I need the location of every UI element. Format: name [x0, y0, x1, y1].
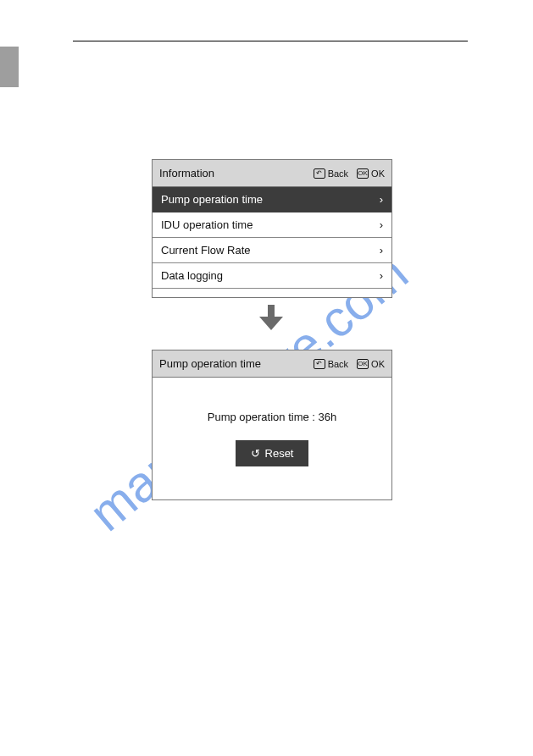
information-header: Information ↶ Back OK OK	[153, 160, 391, 187]
reset-label: Reset	[265, 447, 294, 460]
chevron-right-icon: ›	[380, 218, 383, 231]
menu-item-idu-operation-time[interactable]: IDU operation time ›	[153, 212, 391, 238]
menu-label: Pump operation time	[161, 193, 263, 206]
header-buttons: ↶ Back OK OK	[314, 359, 385, 369]
detail-body: Pump operation time : 36h ↻ Reset	[153, 378, 391, 499]
ok-icon: OK	[357, 359, 369, 369]
header-buttons: ↶ Back OK OK	[314, 168, 385, 179]
chevron-right-icon: ›	[380, 193, 383, 206]
down-arrow-icon	[259, 305, 283, 330]
information-panel: Information ↶ Back OK OK Pump operation …	[152, 159, 392, 298]
back-label: Back	[328, 168, 348, 179]
menu-label: Data logging	[161, 269, 223, 282]
ok-button[interactable]: OK OK	[357, 168, 385, 179]
ok-label: OK	[371, 168, 385, 179]
detail-text: Pump operation time : 36h	[208, 411, 336, 423]
back-button[interactable]: ↶ Back	[314, 168, 348, 179]
menu-label: IDU operation time	[161, 218, 253, 231]
page-side-tab	[0, 47, 19, 87]
panel-gap	[153, 289, 391, 297]
menu-item-current-flow-rate[interactable]: Current Flow Rate ›	[153, 238, 391, 263]
ok-button[interactable]: OK OK	[357, 359, 385, 369]
back-button[interactable]: ↶ Back	[314, 359, 348, 369]
top-rule	[73, 41, 468, 41]
menu-label: Current Flow Rate	[161, 244, 250, 257]
ok-icon: OK	[357, 168, 369, 179]
reset-button[interactable]: ↻ Reset	[236, 440, 309, 466]
back-icon: ↶	[314, 168, 325, 179]
chevron-right-icon: ›	[380, 244, 383, 257]
menu-item-pump-operation-time[interactable]: Pump operation time ›	[153, 187, 391, 212]
information-title: Information	[159, 167, 214, 179]
pump-operation-panel: Pump operation time ↶ Back OK OK Pump op…	[152, 350, 392, 500]
menu-item-data-logging[interactable]: Data logging ›	[153, 263, 391, 289]
pump-operation-header: Pump operation time ↶ Back OK OK	[153, 350, 391, 378]
pump-operation-title: Pump operation time	[159, 357, 261, 370]
refresh-icon: ↻	[251, 447, 260, 460]
back-label: Back	[328, 359, 348, 369]
chevron-right-icon: ›	[380, 269, 383, 282]
back-icon: ↶	[314, 359, 325, 369]
ok-label: OK	[371, 359, 385, 369]
